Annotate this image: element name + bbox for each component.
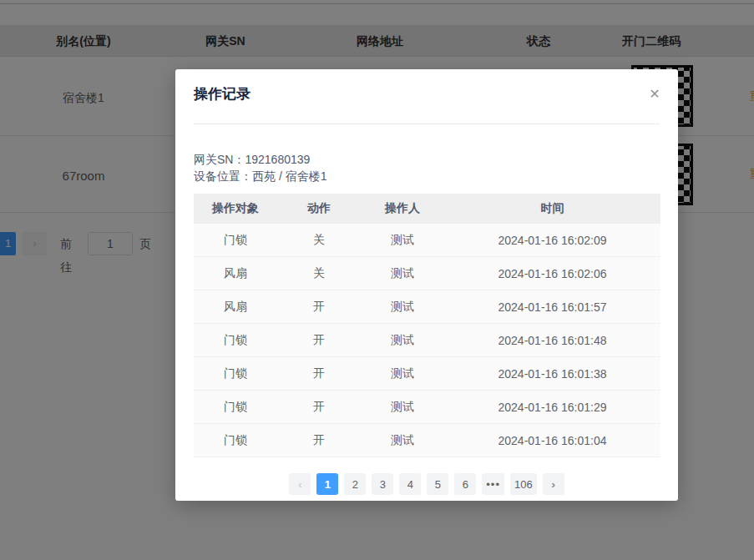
col-operator: 操作人 xyxy=(361,201,444,216)
title-divider xyxy=(194,124,660,124)
cell-time: 2024-01-16 16:01:57 xyxy=(444,300,660,314)
cell-action: 关 xyxy=(277,233,361,248)
cell-operator: 测试 xyxy=(361,400,444,415)
cell-time: 2024-01-16 16:02:09 xyxy=(444,234,660,247)
page-button-106[interactable]: 106 xyxy=(510,473,537,495)
cell-operator: 测试 xyxy=(361,233,444,248)
cell-action: 开 xyxy=(277,433,361,448)
gateway-sn-label: 网关SN： xyxy=(194,153,245,166)
dialog-title: 操作记录 xyxy=(194,84,250,103)
cell-time: 2024-01-16 16:01:29 xyxy=(444,401,660,414)
page-button-1[interactable]: 1 xyxy=(316,473,338,495)
cell-operator: 测试 xyxy=(361,300,444,315)
page-button-3[interactable]: 3 xyxy=(372,473,393,495)
table-row: 风扇 开 测试 2024-01-16 16:01:57 xyxy=(194,290,660,324)
cell-target: 门锁 xyxy=(194,433,277,448)
table-row: 风扇 关 测试 2024-01-16 16:02:06 xyxy=(194,257,660,290)
cell-target: 门锁 xyxy=(194,233,277,248)
operation-table: 操作对象 动作 操作人 时间 门锁 关 测试 2024-01-16 16:02:… xyxy=(194,194,660,457)
col-time: 时间 xyxy=(444,201,660,216)
table-row: 门锁 开 测试 2024-01-16 16:01:38 xyxy=(194,357,660,391)
cell-target: 门锁 xyxy=(194,400,277,415)
table-row: 门锁 开 测试 2024-01-16 16:01:04 xyxy=(194,424,660,457)
table-row: 门锁 关 测试 2024-01-16 16:02:09 xyxy=(194,224,660,257)
cell-action: 开 xyxy=(277,333,361,348)
col-target: 操作对象 xyxy=(194,201,277,216)
page-button-6[interactable]: 6 xyxy=(454,473,476,495)
close-icon[interactable]: ✕ xyxy=(646,86,663,103)
more-pages-icon[interactable]: ••• xyxy=(482,473,504,495)
cell-time: 2024-01-16 16:01:38 xyxy=(444,367,660,381)
cell-time: 2024-01-16 16:01:48 xyxy=(444,334,660,347)
cell-target: 风扇 xyxy=(194,300,277,315)
cell-target: 门锁 xyxy=(194,333,277,348)
location-value: 西苑 / 宿舍楼1 xyxy=(252,169,326,183)
table-row: 门锁 开 测试 2024-01-16 16:01:29 xyxy=(194,391,660,424)
cell-action: 关 xyxy=(277,266,361,281)
cell-operator: 测试 xyxy=(361,433,444,448)
prev-page-icon[interactable]: ‹ xyxy=(289,473,311,495)
cell-operator: 测试 xyxy=(361,266,444,281)
page-button-5[interactable]: 5 xyxy=(427,473,448,495)
gateway-sn-line: 网关SN：1921680139 xyxy=(194,151,326,168)
cell-time: 2024-01-16 16:01:04 xyxy=(444,434,660,447)
operation-log-dialog: 操作记录 ✕ 网关SN：1921680139 设备位置：西苑 / 宿舍楼1 操作… xyxy=(175,69,678,501)
page-button-2[interactable]: 2 xyxy=(344,473,366,495)
gateway-sn-value: 1921680139 xyxy=(245,153,310,166)
screen: 别名(位置) 网关SN 网络地址 状态 开门二维码 宿舍楼1 重置 67room… xyxy=(0,0,754,560)
cell-action: 开 xyxy=(277,366,361,381)
table-row: 门锁 开 测试 2024-01-16 16:01:48 xyxy=(194,324,660,357)
cell-time: 2024-01-16 16:02:06 xyxy=(444,267,660,280)
cell-target: 风扇 xyxy=(194,266,277,281)
cell-target: 门锁 xyxy=(194,366,277,381)
device-info: 网关SN：1921680139 设备位置：西苑 / 宿舍楼1 xyxy=(194,151,326,184)
location-line: 设备位置：西苑 / 宿舍楼1 xyxy=(194,168,326,184)
cell-action: 开 xyxy=(277,400,361,415)
location-label: 设备位置： xyxy=(194,169,252,183)
col-action: 动作 xyxy=(277,201,361,216)
next-page-icon[interactable]: › xyxy=(543,473,564,495)
cell-action: 开 xyxy=(277,300,361,315)
cell-operator: 测试 xyxy=(361,366,444,381)
page-button-4[interactable]: 4 xyxy=(399,473,421,495)
cell-operator: 测试 xyxy=(361,333,444,348)
operation-table-header: 操作对象 动作 操作人 时间 xyxy=(194,194,660,224)
modal-pagination: ‹ 1 2 3 4 5 6 ••• 106 › xyxy=(175,473,678,495)
